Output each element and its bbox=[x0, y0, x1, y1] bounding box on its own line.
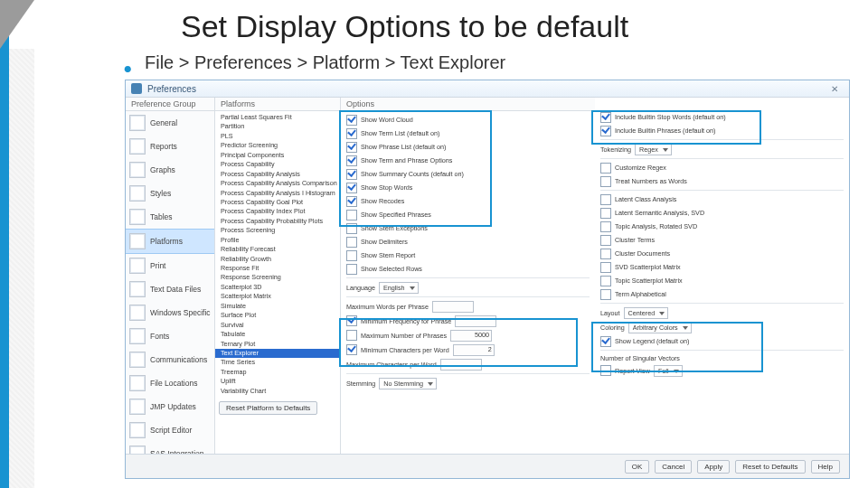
help-button[interactable]: Help bbox=[811, 460, 840, 474]
platform-item[interactable]: Partial Least Squares Fit bbox=[215, 113, 340, 122]
layout-label: Layout bbox=[600, 309, 620, 317]
platform-item[interactable]: Survival bbox=[215, 321, 340, 330]
option-checkbox[interactable] bbox=[600, 235, 611, 246]
sidebar-item-graphs[interactable]: Graphs bbox=[126, 158, 214, 182]
platform-item[interactable]: Text Explorer bbox=[215, 349, 340, 358]
platform-item[interactable]: Treemap bbox=[215, 368, 340, 377]
platform-item[interactable]: Process Capability Goal Plot bbox=[215, 198, 340, 207]
apply-button[interactable]: Apply bbox=[697, 460, 730, 474]
sidebar-item-print[interactable]: Print bbox=[126, 254, 214, 277]
platform-item[interactable]: Process Capability Analysis I Histogram bbox=[215, 189, 340, 198]
category-icon bbox=[129, 138, 146, 155]
option-label: Maximum Number of Phrases bbox=[361, 332, 447, 340]
option-checkbox[interactable] bbox=[346, 264, 357, 275]
platform-item[interactable]: Predictor Screening bbox=[215, 141, 340, 150]
sidebar-item-reports[interactable]: Reports bbox=[126, 135, 214, 158]
option-value-input[interactable] bbox=[455, 315, 496, 327]
option-checkbox[interactable] bbox=[600, 221, 611, 232]
option-checkbox[interactable] bbox=[346, 223, 357, 234]
platform-item[interactable]: Tabulate bbox=[215, 330, 340, 339]
sidebar-item-styles[interactable]: Styles bbox=[126, 182, 214, 205]
option-checkbox[interactable] bbox=[346, 142, 357, 153]
sidebar-item-sas-integration[interactable]: SAS Integration bbox=[126, 442, 214, 454]
dialog-footer: OKCancelApplyReset to DefaultsHelp bbox=[126, 454, 849, 478]
option-checkbox[interactable] bbox=[600, 276, 611, 286]
platform-item[interactable]: Variability Chart bbox=[215, 387, 340, 396]
sidebar-item-jmp-updates[interactable]: JMP Updates bbox=[126, 395, 214, 418]
reset-to-defaults-button[interactable]: Reset to Defaults bbox=[735, 460, 805, 474]
option-checkbox[interactable] bbox=[600, 176, 611, 187]
platform-item[interactable]: Surface Plot bbox=[215, 311, 340, 320]
option-checkbox[interactable] bbox=[600, 126, 611, 136]
option-checkbox[interactable] bbox=[346, 210, 357, 221]
sidebar-item-fonts[interactable]: Fonts bbox=[126, 324, 214, 348]
platform-item[interactable]: Process Screening bbox=[215, 226, 340, 235]
platform-item[interactable]: Partition bbox=[215, 122, 340, 131]
option-label: Topic Analysis, Rotated SVD bbox=[615, 222, 697, 230]
ok-button[interactable]: OK bbox=[625, 460, 650, 474]
tokenizing-select[interactable]: Regex bbox=[635, 144, 672, 155]
option-label: Cluster Terms bbox=[615, 236, 655, 244]
report-view-select[interactable]: Full bbox=[654, 365, 683, 377]
platform-item[interactable]: Process Capability Analysis Comparison bbox=[215, 179, 340, 188]
platform-item[interactable]: Response Fit bbox=[215, 264, 340, 273]
platform-item[interactable]: Process Capability Analysis bbox=[215, 170, 340, 179]
platform-item[interactable]: Process Capability Probability Plots bbox=[215, 217, 340, 226]
option-checkbox[interactable] bbox=[600, 289, 611, 300]
option-checkbox[interactable] bbox=[346, 169, 357, 180]
show-legend-checkbox[interactable] bbox=[600, 336, 611, 347]
reset-platform-button[interactable]: Reset Platform to Defaults bbox=[219, 401, 317, 415]
platform-item[interactable]: Scatterplot 3D bbox=[215, 283, 340, 292]
option-checkbox[interactable] bbox=[600, 112, 611, 123]
option-checkbox[interactable] bbox=[600, 262, 611, 273]
report-view-checkbox[interactable] bbox=[600, 365, 611, 376]
option-label: Show Recodes bbox=[361, 197, 404, 205]
sidebar-item-text-data-files[interactable]: Text Data Files bbox=[126, 277, 214, 301]
stemming-select[interactable]: No Stemming bbox=[379, 378, 437, 389]
close-icon[interactable]: ✕ bbox=[826, 84, 844, 94]
platform-item[interactable]: Profile bbox=[215, 236, 340, 245]
sidebar-item-general[interactable]: General bbox=[126, 111, 214, 135]
option-checkbox[interactable] bbox=[346, 315, 357, 326]
platform-item[interactable]: Simulate bbox=[215, 302, 340, 311]
maxchars-input[interactable] bbox=[440, 359, 482, 371]
coloring-select[interactable]: Arbitrary Colors bbox=[628, 322, 692, 333]
platform-item[interactable]: Reliability Forecast bbox=[215, 245, 340, 254]
option-checkbox[interactable] bbox=[346, 115, 357, 126]
option-checkbox[interactable] bbox=[600, 249, 611, 259]
sidebar-item-communications[interactable]: Communications bbox=[126, 348, 214, 371]
platform-item[interactable]: PLS bbox=[215, 132, 340, 141]
option-checkbox[interactable] bbox=[600, 163, 611, 174]
option-checkbox[interactable] bbox=[346, 155, 357, 166]
option-value-input[interactable]: 2 bbox=[453, 344, 495, 356]
platform-item[interactable]: Uplift bbox=[215, 377, 340, 386]
sidebar-item-platforms[interactable]: Platforms bbox=[126, 229, 214, 254]
sidebar-item-file-locations[interactable]: File Locations bbox=[126, 371, 214, 395]
sidebar-item-tables[interactable]: Tables bbox=[126, 205, 214, 229]
option-checkbox[interactable] bbox=[600, 208, 611, 219]
option-checkbox[interactable] bbox=[346, 344, 357, 355]
platform-item[interactable]: Process Capability Index Plot bbox=[215, 207, 340, 216]
option-checkbox[interactable] bbox=[346, 237, 357, 248]
platform-item[interactable]: Response Screening bbox=[215, 273, 340, 282]
platform-item[interactable]: Process Capability bbox=[215, 160, 340, 169]
cancel-button[interactable]: Cancel bbox=[655, 460, 692, 474]
platform-item[interactable]: Scatterplot Matrix bbox=[215, 292, 340, 301]
platform-item[interactable]: Ternary Plot bbox=[215, 340, 340, 349]
layout-select[interactable]: Centered bbox=[624, 307, 669, 319]
sidebar-item-windows-specific[interactable]: Windows Specific bbox=[126, 301, 214, 324]
option-checkbox[interactable] bbox=[346, 250, 357, 261]
platform-item[interactable]: Time Series bbox=[215, 358, 340, 367]
maxwords-label: Maximum Words per Phrase bbox=[346, 303, 429, 311]
platform-item[interactable]: Reliability Growth bbox=[215, 255, 340, 264]
option-checkbox[interactable] bbox=[346, 128, 357, 139]
language-select[interactable]: English bbox=[379, 282, 419, 294]
option-checkbox[interactable] bbox=[600, 194, 611, 205]
option-value-input[interactable]: 5000 bbox=[450, 330, 492, 342]
maxwords-input[interactable] bbox=[432, 301, 474, 313]
platform-item[interactable]: Principal Components bbox=[215, 151, 340, 160]
sidebar-item-script-editor[interactable]: Script Editor bbox=[126, 418, 214, 442]
option-checkbox[interactable] bbox=[346, 196, 357, 207]
option-checkbox[interactable] bbox=[346, 330, 357, 341]
option-checkbox[interactable] bbox=[346, 183, 357, 193]
